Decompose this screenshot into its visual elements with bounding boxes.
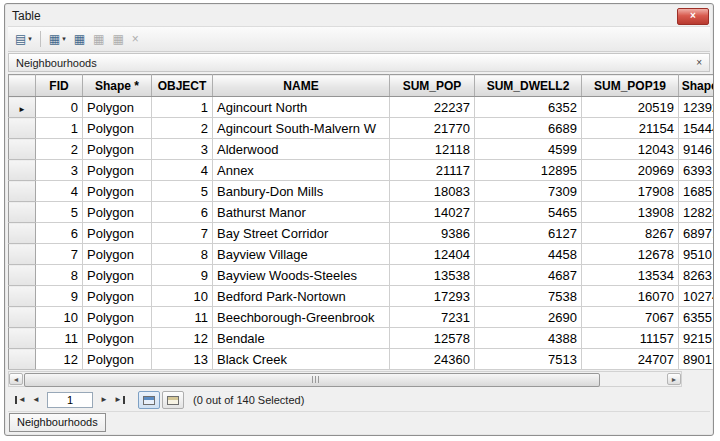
record-number-input[interactable] [47,392,93,408]
table-cell[interactable]: Banbury-Don Mills [213,181,390,202]
column-header-sum-pop[interactable]: SUM_POP [390,75,475,97]
table-cell[interactable]: 8263.6 [679,265,715,286]
table-cell[interactable]: 12 [152,328,213,349]
column-header-name[interactable]: NAME [213,75,390,97]
table-cell[interactable]: 6352 [475,97,582,118]
table-cell[interactable]: 7231 [390,307,475,328]
table-cell[interactable]: 13908 [582,202,679,223]
table-cell[interactable]: 6355.8 [679,307,715,328]
table-cell[interactable]: 7067 [582,307,679,328]
table-cell[interactable]: 4458 [475,244,582,265]
column-header-fid[interactable]: FID [36,75,83,97]
table-cell[interactable]: 9146.8 [679,139,715,160]
table-cell[interactable]: 15444. [679,118,715,139]
table-cell[interactable]: Polygon [83,244,152,265]
row-selector[interactable] [9,286,36,307]
table-cell[interactable]: Polygon [83,307,152,328]
row-selector[interactable] [9,349,36,370]
table-cell[interactable]: 8901.5 [679,349,715,370]
table-cell[interactable]: 14027 [390,202,475,223]
show-all-records-button[interactable] [138,391,160,409]
table-cell[interactable]: 7513 [475,349,582,370]
table-cell[interactable]: 12392. [679,97,715,118]
table-cell[interactable]: 12823. [679,202,715,223]
table-cell[interactable]: 3 [36,160,83,181]
table-cell[interactable]: 13 [152,349,213,370]
row-selector[interactable] [9,265,36,286]
table-cell[interactable]: 5 [152,181,213,202]
table-cell[interactable]: 9 [36,286,83,307]
table-cell[interactable]: 9386 [390,223,475,244]
table-cell[interactable]: 21154 [582,118,679,139]
row-selector[interactable] [9,118,36,139]
table-cell[interactable]: 16070 [582,286,679,307]
tab-close-icon[interactable]: × [696,57,702,68]
related-tables-button[interactable]: ▦▾ [45,29,70,49]
table-cell[interactable]: Bayview Village [213,244,390,265]
table-cell[interactable]: 11 [152,307,213,328]
row-selector[interactable] [9,139,36,160]
table-cell[interactable]: 21117 [390,160,475,181]
last-record-button[interactable]: ► [112,392,128,408]
table-cell[interactable]: 22237 [390,97,475,118]
table-cell[interactable]: Agincourt South-Malvern W [213,118,390,139]
table-cell[interactable]: Polygon [83,160,152,181]
table-cell[interactable]: Polygon [83,139,152,160]
table-options-button[interactable]: ▤▾ [11,29,36,49]
table-cell[interactable]: 6 [36,223,83,244]
table-cell[interactable]: 7 [36,244,83,265]
table-cell[interactable]: 8 [152,244,213,265]
table-cell[interactable]: 5465 [475,202,582,223]
scroll-left-button[interactable]: ◄ [9,373,23,385]
table-cell[interactable]: 2 [36,139,83,160]
table-cell[interactable]: 13538 [390,265,475,286]
table-cell[interactable]: Polygon [83,286,152,307]
row-selector[interactable] [9,160,36,181]
table-cell[interactable]: 9 [152,265,213,286]
table-cell[interactable]: 10274. [679,286,715,307]
table-cell[interactable]: Bay Street Corridor [213,223,390,244]
table-cell[interactable]: 9215.5 [679,328,715,349]
table-cell[interactable]: 12895 [475,160,582,181]
horizontal-scrollbar-thumb[interactable] [24,373,600,387]
table-cell[interactable]: Polygon [83,223,152,244]
table-cell[interactable]: Bayview Woods-Steeles [213,265,390,286]
table-cell[interactable]: 4 [36,181,83,202]
row-selector[interactable]: ► [9,97,36,118]
table-cell[interactable]: 6897.8 [679,223,715,244]
table-cell[interactable]: 7538 [475,286,582,307]
table-cell[interactable]: 4388 [475,328,582,349]
table-cell[interactable]: Polygon [83,202,152,223]
table-cell[interactable]: 4687 [475,265,582,286]
table-cell[interactable]: 4 [152,160,213,181]
table-cell[interactable]: 6 [152,202,213,223]
table-cell[interactable]: 17293 [390,286,475,307]
table-cell[interactable]: 18083 [390,181,475,202]
column-header-shape[interactable]: Shape_ [679,75,715,97]
table-cell[interactable]: 10 [36,307,83,328]
table-cell[interactable]: 13534 [582,265,679,286]
table-cell[interactable]: 11157 [582,328,679,349]
table-cell[interactable]: 8267 [582,223,679,244]
table-cell[interactable]: Polygon [83,265,152,286]
table-cell[interactable]: 24360 [390,349,475,370]
table-cell[interactable]: 7 [152,223,213,244]
table-cell[interactable]: Agincourt North [213,97,390,118]
table-cell[interactable]: Bedford Park-Nortown [213,286,390,307]
table-cell[interactable]: 20519 [582,97,679,118]
table-cell[interactable]: 24707 [582,349,679,370]
table-cell[interactable]: 12678 [582,244,679,265]
table-cell[interactable]: Beechborough-Greenbrook [213,307,390,328]
table-cell[interactable]: 2 [152,118,213,139]
table-cell[interactable]: 11 [36,328,83,349]
table-cell[interactable]: 21770 [390,118,475,139]
scroll-right-button[interactable]: ► [667,373,681,385]
show-selected-records-button[interactable] [162,391,184,409]
table-cell[interactable]: 9510.6 [679,244,715,265]
table-cell[interactable]: Black Creek [213,349,390,370]
close-button[interactable]: × [677,8,709,25]
row-selector[interactable] [9,244,36,265]
title-bar[interactable]: Table × [8,6,710,26]
horizontal-scrollbar[interactable]: ◄ ► [8,371,682,387]
table-cell[interactable]: Annex [213,160,390,181]
